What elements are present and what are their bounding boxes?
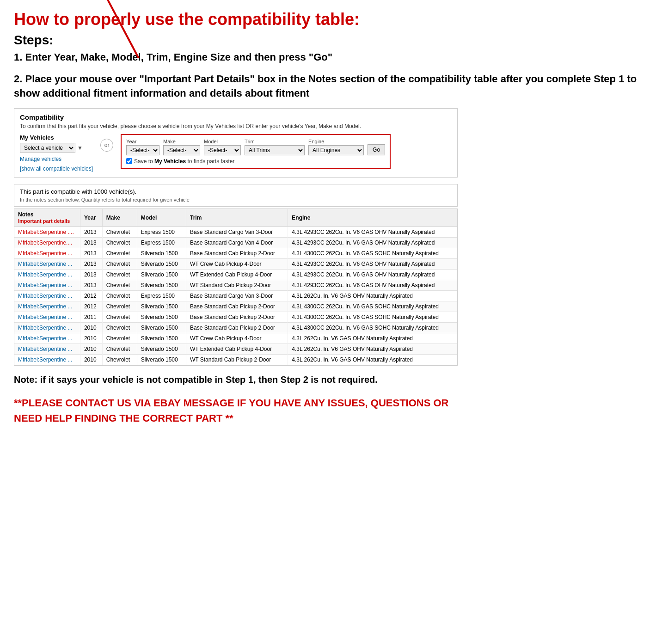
cell-model: Silverado 1500	[137, 269, 186, 280]
cell-notes: Mfrlabel:Serpentine....	[14, 237, 80, 248]
table-row: Mfrlabel:Serpentine ... 2011 Chevrolet S…	[14, 312, 457, 322]
cell-engine: 4.3L 4300CC 262Cu. In. V6 GAS SOHC Natur…	[288, 301, 457, 312]
compat-table-wrapper: Notes Important part details Year Make M…	[14, 209, 458, 366]
svg-line-0	[97, 0, 139, 58]
model-field-group: Model -Select-	[204, 139, 241, 155]
cell-year: 2013	[80, 237, 102, 248]
cell-model: Silverado 1500	[137, 343, 186, 354]
table-row: Mfrlabel:Serpentine ... 2010 Chevrolet S…	[14, 354, 457, 365]
cell-notes: Mfrlabel:Serpentine ...	[14, 312, 80, 322]
cell-notes: Mfrlabel:Serpentine ...	[14, 248, 80, 258]
col-make: Make	[102, 209, 137, 227]
cell-notes: Mfrlabel:Serpentine ...	[14, 301, 80, 312]
cell-make: Chevrolet	[102, 312, 137, 322]
cell-model: Silverado 1500	[137, 333, 186, 343]
cell-engine: 4.3L 262Cu. In. V6 GAS OHV Naturally Asp…	[288, 290, 457, 301]
cell-engine: 4.3L 4293CC 262Cu. In. V6 GAS OHV Natura…	[288, 269, 457, 280]
table-row: Mfrlabel:Serpentine ... 2010 Chevrolet S…	[14, 343, 457, 354]
cell-trim: Base Standard Cab Pickup 2-Door	[186, 248, 288, 258]
cell-trim: WT Crew Cab Pickup 4-Door	[186, 333, 288, 343]
important-part-details: Important part details	[18, 218, 70, 224]
contact-section: **PLEASE CONTACT US VIA EBAY MESSAGE IF …	[14, 395, 458, 426]
vehicle-select[interactable]: Select a vehicle	[20, 143, 75, 153]
cell-engine: 4.3L 4300CC 262Cu. In. V6 GAS SOHC Natur…	[288, 248, 457, 258]
model-label: Model	[204, 139, 241, 144]
show-all-link[interactable]: [show all compatible vehicles]	[20, 166, 93, 172]
cell-year: 2012	[80, 290, 102, 301]
table-row: Mfrlabel:Serpentine ... 2010 Chevrolet S…	[14, 333, 457, 343]
cell-year: 2013	[80, 269, 102, 280]
table-row: Mfrlabel:Serpentine ... 2013 Chevrolet S…	[14, 269, 457, 280]
table-row: Mfrlabel:Serpentine.... 2013 Chevrolet E…	[14, 237, 457, 248]
cell-trim: Base Standard Cab Pickup 2-Door	[186, 301, 288, 312]
cell-engine: 4.3L 262Cu. In. V6 GAS OHV Naturally Asp…	[288, 354, 457, 365]
col-engine: Engine	[288, 209, 457, 227]
year-field-group: Year -Select-	[126, 139, 159, 155]
year-label: Year	[126, 139, 159, 144]
cell-notes: Mfrlabel:Serpentine ....	[14, 227, 80, 237]
go-button[interactable]: Go	[368, 144, 385, 155]
col-year: Year	[80, 209, 102, 227]
manage-vehicles-link[interactable]: Manage vehicles	[20, 156, 93, 162]
engine-select[interactable]: All Engines	[308, 145, 364, 155]
cell-make: Chevrolet	[102, 258, 137, 269]
cell-make: Chevrolet	[102, 322, 137, 333]
table-row: Mfrlabel:Serpentine ... 2013 Chevrolet S…	[14, 280, 457, 290]
cell-year: 2011	[80, 312, 102, 322]
cell-engine: 4.3L 4293CC 262Cu. In. V6 GAS OHV Natura…	[288, 258, 457, 269]
cell-model: Express 1500	[137, 227, 186, 237]
step2-text: 2. Place your mouse over "Important Part…	[14, 72, 654, 101]
cell-trim: WT Extended Cab Pickup 4-Door	[186, 343, 288, 354]
cell-notes: Mfrlabel:Serpentine ...	[14, 322, 80, 333]
year-make-section: Year -Select- Make -Select- Model	[121, 134, 391, 169]
cell-year: 2010	[80, 343, 102, 354]
cell-make: Chevrolet	[102, 290, 137, 301]
col-notes: Notes Important part details	[14, 209, 80, 227]
year-select[interactable]: -Select-	[126, 145, 159, 155]
cell-make: Chevrolet	[102, 343, 137, 354]
cell-trim: Base Standard Cab Pickup 2-Door	[186, 322, 288, 333]
cell-notes: Mfrlabel:Serpentine ...	[14, 269, 80, 280]
cell-make: Chevrolet	[102, 227, 137, 237]
make-select[interactable]: -Select-	[163, 145, 200, 155]
cell-notes: Mfrlabel:Serpentine ...	[14, 354, 80, 365]
cell-make: Chevrolet	[102, 301, 137, 312]
cell-trim: Base Standard Cargo Van 3-Door	[186, 227, 288, 237]
cell-engine: 4.3L 4300CC 262Cu. In. V6 GAS SOHC Natur…	[288, 312, 457, 322]
cell-make: Chevrolet	[102, 248, 137, 258]
cell-year: 2010	[80, 354, 102, 365]
cell-make: Chevrolet	[102, 280, 137, 290]
trim-field-group: Trim All Trims	[245, 139, 305, 155]
col-trim: Trim	[186, 209, 288, 227]
cell-trim: WT Standard Cab Pickup 2-Door	[186, 280, 288, 290]
cell-trim: Base Standard Cargo Van 3-Door	[186, 290, 288, 301]
cell-engine: 4.3L 4300CC 262Cu. In. V6 GAS SOHC Natur…	[288, 322, 457, 333]
make-label: Make	[163, 139, 200, 144]
cell-model: Silverado 1500	[137, 280, 186, 290]
save-checkbox[interactable]	[126, 158, 132, 164]
engine-label: Engine	[308, 139, 364, 144]
engine-field-group: Engine All Engines	[308, 139, 364, 155]
cell-model: Silverado 1500	[137, 312, 186, 322]
cell-year: 2013	[80, 227, 102, 237]
red-arrow-icon	[74, 0, 157, 58]
table-row: Mfrlabel:Serpentine ... 2013 Chevrolet S…	[14, 248, 457, 258]
cell-year: 2012	[80, 301, 102, 312]
save-row: Save to My Vehicles to finds parts faste…	[126, 158, 385, 165]
cell-engine: 4.3L 262Cu. In. V6 GAS OHV Naturally Asp…	[288, 333, 457, 343]
cell-model: Silverado 1500	[137, 258, 186, 269]
compat-info-box: This part is compatible with 1000 vehicl…	[14, 184, 458, 207]
cell-year: 2010	[80, 333, 102, 343]
table-row: Mfrlabel:Serpentine ... 2013 Chevrolet S…	[14, 258, 457, 269]
cell-year: 2013	[80, 280, 102, 290]
cell-notes: Mfrlabel:Serpentine ...	[14, 290, 80, 301]
trim-select[interactable]: All Trims	[245, 145, 305, 155]
cell-year: 2010	[80, 322, 102, 333]
cell-model: Silverado 1500	[137, 248, 186, 258]
cell-engine: 4.3L 262Cu. In. V6 GAS OHV Naturally Asp…	[288, 343, 457, 354]
table-row: Mfrlabel:Serpentine ... 2012 Chevrolet E…	[14, 290, 457, 301]
table-row: Mfrlabel:Serpentine .... 2013 Chevrolet …	[14, 227, 457, 237]
my-vehicles-label: My Vehicles	[20, 134, 93, 141]
model-select[interactable]: -Select-	[204, 145, 241, 155]
cell-make: Chevrolet	[102, 269, 137, 280]
